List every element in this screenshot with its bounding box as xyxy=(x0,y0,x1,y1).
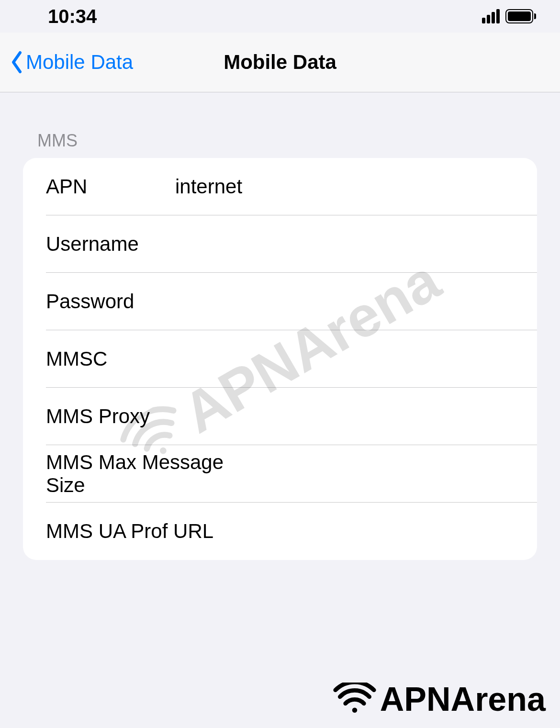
navigation-bar: Mobile Data Mobile Data xyxy=(0,33,560,92)
input-mms-proxy[interactable] xyxy=(150,405,537,428)
row-mmsc: MMSC xyxy=(23,330,537,388)
row-mms-max-size: MMS Max Message Size xyxy=(23,445,537,503)
status-bar: 10:34 xyxy=(0,0,560,33)
input-apn[interactable] xyxy=(161,175,537,198)
row-username: Username xyxy=(23,215,537,273)
input-mms-ua-prof[interactable] xyxy=(213,520,537,543)
back-button[interactable]: Mobile Data xyxy=(10,50,133,74)
label-username: Username xyxy=(46,233,161,256)
row-mms-proxy: MMS Proxy xyxy=(23,388,537,445)
back-label: Mobile Data xyxy=(26,51,133,74)
label-mms-max-size: MMS Max Message Size xyxy=(46,451,260,497)
row-password: Password xyxy=(23,273,537,330)
status-time: 10:34 xyxy=(48,6,97,27)
label-mms-ua-prof: MMS UA Prof URL xyxy=(46,520,213,543)
chevron-left-icon xyxy=(10,50,24,74)
input-mms-max-size[interactable] xyxy=(260,462,537,485)
content: MMS APN Username Password MMSC MMS Proxy xyxy=(0,92,560,560)
row-mms-ua-prof: MMS UA Prof URL xyxy=(23,503,537,560)
wifi-icon xyxy=(333,683,376,716)
settings-group-mms: APN Username Password MMSC MMS Proxy MMS… xyxy=(23,158,537,560)
input-username[interactable] xyxy=(161,233,537,256)
footer-brand-text: APNArena xyxy=(380,680,546,718)
page-title: Mobile Data xyxy=(224,51,336,74)
row-apn: APN xyxy=(23,158,537,215)
cellular-signal-icon xyxy=(482,9,500,23)
label-apn: APN xyxy=(46,175,161,198)
input-password[interactable] xyxy=(161,290,537,313)
label-mms-proxy: MMS Proxy xyxy=(46,405,150,428)
footer-logo: APNArena xyxy=(333,680,546,718)
section-header-mms: MMS xyxy=(23,92,537,158)
input-mmsc[interactable] xyxy=(161,347,537,370)
label-password: Password xyxy=(46,290,161,313)
status-indicators xyxy=(482,9,536,23)
label-mmsc: MMSC xyxy=(46,347,161,370)
battery-icon xyxy=(505,9,536,23)
